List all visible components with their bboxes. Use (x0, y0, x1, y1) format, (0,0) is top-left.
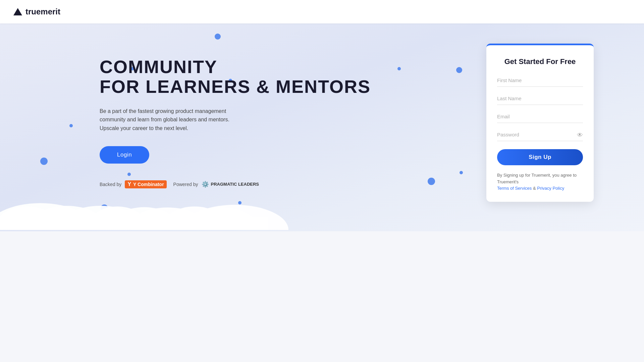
bottom-section (0, 231, 644, 362)
svg-point-4 (91, 206, 144, 230)
logo[interactable]: truemerit (13, 7, 60, 16)
signup-button[interactable]: Sign Up (497, 149, 583, 165)
hero-title-line2: FOR LEARNERS & MENTORS (100, 77, 486, 97)
last-name-input[interactable] (497, 92, 583, 105)
legal-text: By Signing up for Truemerit, you agree t… (497, 172, 583, 192)
svg-point-7 (164, 206, 225, 230)
yc-label: Y Combinator (133, 182, 164, 187)
signup-card: Get Started For Free 👁 Sign Up By Signin… (486, 44, 594, 202)
pragmatic-leaders-badge: ⚙️ PRAGMATIC LEADERS (202, 181, 259, 188)
backed-by-text: Backed by (100, 182, 121, 187)
yc-y-letter: Y (127, 181, 131, 187)
decorative-dot (238, 201, 241, 204)
last-name-group (497, 92, 583, 105)
hero-description: Be a part of the fastest growing product… (100, 107, 240, 133)
svg-point-8 (184, 207, 258, 230)
yc-combinator-badge: Y Y Combinator (125, 180, 166, 188)
first-name-input[interactable] (497, 74, 583, 87)
svg-rect-10 (0, 217, 268, 230)
first-name-group (497, 74, 583, 87)
backed-by-row: Backed by Y Y Combinator Powered by ⚙️ P… (100, 180, 486, 188)
legal-and: & (533, 186, 536, 191)
svg-point-2 (30, 206, 104, 230)
pragmatic-icon: ⚙️ (202, 181, 209, 188)
password-group: 👁 (497, 128, 583, 141)
decorative-dot (215, 34, 221, 40)
email-input[interactable] (497, 110, 583, 123)
svg-point-6 (127, 207, 208, 230)
pragmatic-label: PRAGMATIC LEADERS (211, 182, 259, 187)
email-group (497, 110, 583, 123)
logo-triangle-icon (13, 8, 22, 15)
logo-text: truemerit (25, 7, 60, 16)
navbar: truemerit (0, 0, 644, 23)
svg-point-9 (181, 205, 288, 230)
hero-title-line1: COMMUNITY (100, 57, 486, 77)
signup-card-title: Get Started For Free (497, 57, 583, 66)
powered-by-text: Powered by (173, 182, 198, 187)
password-input[interactable] (497, 128, 583, 141)
legal-prefix: By Signing up for Truemerit, you agree t… (497, 173, 577, 184)
decorative-dot (101, 204, 108, 212)
terms-of-services-link[interactable]: Terms of Services (497, 186, 532, 191)
privacy-policy-link[interactable]: Privacy Policy (537, 186, 564, 191)
password-toggle-icon[interactable]: 👁 (577, 132, 583, 139)
hero-section: COMMUNITY FOR LEARNERS & MENTORS Be a pa… (0, 23, 644, 231)
login-button[interactable]: Login (100, 146, 149, 164)
svg-point-0 (0, 203, 94, 230)
hero-left-content: COMMUNITY FOR LEARNERS & MENTORS Be a pa… (0, 44, 486, 188)
svg-point-5 (111, 207, 178, 230)
svg-point-1 (0, 206, 57, 230)
